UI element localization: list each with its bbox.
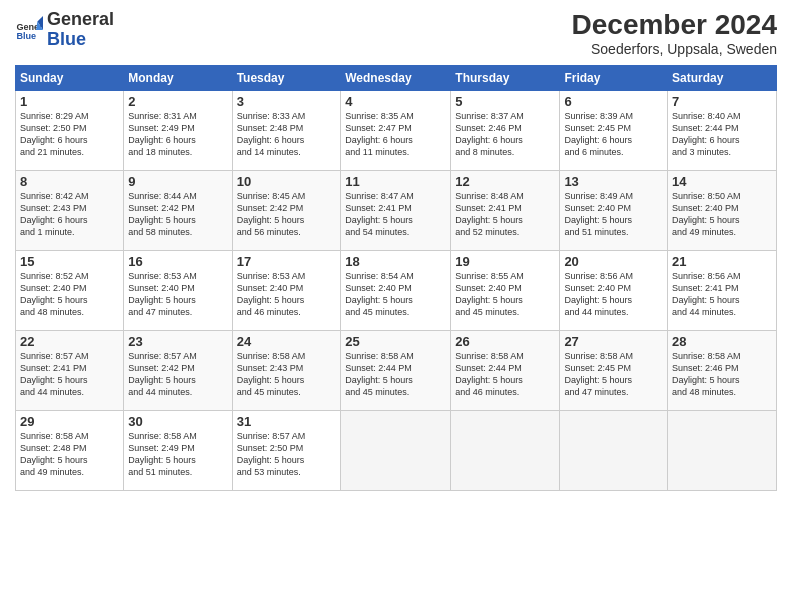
day-info: Sunrise: 8:55 AM Sunset: 2:40 PM Dayligh…: [455, 270, 555, 319]
table-row: 12Sunrise: 8:48 AM Sunset: 2:41 PM Dayli…: [451, 170, 560, 250]
table-row: [341, 410, 451, 490]
table-row: 17Sunrise: 8:53 AM Sunset: 2:40 PM Dayli…: [232, 250, 341, 330]
table-row: 19Sunrise: 8:55 AM Sunset: 2:40 PM Dayli…: [451, 250, 560, 330]
day-info: Sunrise: 8:37 AM Sunset: 2:46 PM Dayligh…: [455, 110, 555, 159]
day-info: Sunrise: 8:31 AM Sunset: 2:49 PM Dayligh…: [128, 110, 227, 159]
day-info: Sunrise: 8:58 AM Sunset: 2:46 PM Dayligh…: [672, 350, 772, 399]
day-info: Sunrise: 8:33 AM Sunset: 2:48 PM Dayligh…: [237, 110, 337, 159]
day-info: Sunrise: 8:58 AM Sunset: 2:44 PM Dayligh…: [345, 350, 446, 399]
day-number: 6: [564, 94, 663, 109]
calendar-week-1: 1Sunrise: 8:29 AM Sunset: 2:50 PM Daylig…: [16, 90, 777, 170]
day-number: 8: [20, 174, 119, 189]
day-info: Sunrise: 8:57 AM Sunset: 2:42 PM Dayligh…: [128, 350, 227, 399]
day-info: Sunrise: 8:57 AM Sunset: 2:41 PM Dayligh…: [20, 350, 119, 399]
day-info: Sunrise: 8:53 AM Sunset: 2:40 PM Dayligh…: [128, 270, 227, 319]
table-row: 27Sunrise: 8:58 AM Sunset: 2:45 PM Dayli…: [560, 330, 668, 410]
day-info: Sunrise: 8:50 AM Sunset: 2:40 PM Dayligh…: [672, 190, 772, 239]
day-number: 7: [672, 94, 772, 109]
logo-general: General: [47, 10, 114, 30]
calendar-table: Sunday Monday Tuesday Wednesday Thursday…: [15, 65, 777, 491]
calendar-subtitle: Soederfors, Uppsala, Sweden: [572, 41, 777, 57]
table-row: [668, 410, 777, 490]
day-number: 12: [455, 174, 555, 189]
header: General Blue General Blue December 2024 …: [15, 10, 777, 57]
day-number: 4: [345, 94, 446, 109]
day-number: 31: [237, 414, 337, 429]
day-info: Sunrise: 8:58 AM Sunset: 2:43 PM Dayligh…: [237, 350, 337, 399]
day-info: Sunrise: 8:39 AM Sunset: 2:45 PM Dayligh…: [564, 110, 663, 159]
day-info: Sunrise: 8:42 AM Sunset: 2:43 PM Dayligh…: [20, 190, 119, 239]
calendar-week-2: 8Sunrise: 8:42 AM Sunset: 2:43 PM Daylig…: [16, 170, 777, 250]
day-number: 9: [128, 174, 227, 189]
table-row: 18Sunrise: 8:54 AM Sunset: 2:40 PM Dayli…: [341, 250, 451, 330]
page: General Blue General Blue December 2024 …: [0, 0, 792, 612]
table-row: 11Sunrise: 8:47 AM Sunset: 2:41 PM Dayli…: [341, 170, 451, 250]
day-number: 30: [128, 414, 227, 429]
day-info: Sunrise: 8:56 AM Sunset: 2:41 PM Dayligh…: [672, 270, 772, 319]
logo-blue: Blue: [47, 30, 114, 50]
day-info: Sunrise: 8:47 AM Sunset: 2:41 PM Dayligh…: [345, 190, 446, 239]
day-number: 19: [455, 254, 555, 269]
day-number: 26: [455, 334, 555, 349]
col-monday: Monday: [124, 65, 232, 90]
calendar-week-3: 15Sunrise: 8:52 AM Sunset: 2:40 PM Dayli…: [16, 250, 777, 330]
day-number: 13: [564, 174, 663, 189]
table-row: 21Sunrise: 8:56 AM Sunset: 2:41 PM Dayli…: [668, 250, 777, 330]
day-info: Sunrise: 8:35 AM Sunset: 2:47 PM Dayligh…: [345, 110, 446, 159]
table-row: 15Sunrise: 8:52 AM Sunset: 2:40 PM Dayli…: [16, 250, 124, 330]
table-row: [560, 410, 668, 490]
day-info: Sunrise: 8:58 AM Sunset: 2:44 PM Dayligh…: [455, 350, 555, 399]
day-info: Sunrise: 8:29 AM Sunset: 2:50 PM Dayligh…: [20, 110, 119, 159]
day-number: 29: [20, 414, 119, 429]
table-row: 24Sunrise: 8:58 AM Sunset: 2:43 PM Dayli…: [232, 330, 341, 410]
day-info: Sunrise: 8:49 AM Sunset: 2:40 PM Dayligh…: [564, 190, 663, 239]
col-sunday: Sunday: [16, 65, 124, 90]
table-row: 5Sunrise: 8:37 AM Sunset: 2:46 PM Daylig…: [451, 90, 560, 170]
day-number: 28: [672, 334, 772, 349]
col-tuesday: Tuesday: [232, 65, 341, 90]
logo-text: General Blue: [47, 10, 114, 50]
day-number: 25: [345, 334, 446, 349]
day-number: 14: [672, 174, 772, 189]
logo-area: General Blue General Blue: [15, 10, 114, 50]
day-info: Sunrise: 8:54 AM Sunset: 2:40 PM Dayligh…: [345, 270, 446, 319]
general-blue-icon: General Blue: [15, 16, 43, 44]
col-thursday: Thursday: [451, 65, 560, 90]
table-row: 9Sunrise: 8:44 AM Sunset: 2:42 PM Daylig…: [124, 170, 232, 250]
day-info: Sunrise: 8:48 AM Sunset: 2:41 PM Dayligh…: [455, 190, 555, 239]
table-row: 4Sunrise: 8:35 AM Sunset: 2:47 PM Daylig…: [341, 90, 451, 170]
day-info: Sunrise: 8:58 AM Sunset: 2:49 PM Dayligh…: [128, 430, 227, 479]
svg-text:Blue: Blue: [16, 31, 36, 41]
table-row: 3Sunrise: 8:33 AM Sunset: 2:48 PM Daylig…: [232, 90, 341, 170]
calendar-week-5: 29Sunrise: 8:58 AM Sunset: 2:48 PM Dayli…: [16, 410, 777, 490]
day-number: 22: [20, 334, 119, 349]
header-row: Sunday Monday Tuesday Wednesday Thursday…: [16, 65, 777, 90]
col-wednesday: Wednesday: [341, 65, 451, 90]
calendar-week-4: 22Sunrise: 8:57 AM Sunset: 2:41 PM Dayli…: [16, 330, 777, 410]
day-info: Sunrise: 8:40 AM Sunset: 2:44 PM Dayligh…: [672, 110, 772, 159]
table-row: 25Sunrise: 8:58 AM Sunset: 2:44 PM Dayli…: [341, 330, 451, 410]
day-number: 20: [564, 254, 663, 269]
day-number: 5: [455, 94, 555, 109]
day-info: Sunrise: 8:57 AM Sunset: 2:50 PM Dayligh…: [237, 430, 337, 479]
day-number: 15: [20, 254, 119, 269]
day-number: 24: [237, 334, 337, 349]
table-row: 10Sunrise: 8:45 AM Sunset: 2:42 PM Dayli…: [232, 170, 341, 250]
table-row: 14Sunrise: 8:50 AM Sunset: 2:40 PM Dayli…: [668, 170, 777, 250]
table-row: 1Sunrise: 8:29 AM Sunset: 2:50 PM Daylig…: [16, 90, 124, 170]
day-info: Sunrise: 8:53 AM Sunset: 2:40 PM Dayligh…: [237, 270, 337, 319]
day-number: 27: [564, 334, 663, 349]
day-number: 23: [128, 334, 227, 349]
table-row: 26Sunrise: 8:58 AM Sunset: 2:44 PM Dayli…: [451, 330, 560, 410]
day-info: Sunrise: 8:56 AM Sunset: 2:40 PM Dayligh…: [564, 270, 663, 319]
col-saturday: Saturday: [668, 65, 777, 90]
day-number: 17: [237, 254, 337, 269]
table-row: [451, 410, 560, 490]
day-number: 11: [345, 174, 446, 189]
table-row: 2Sunrise: 8:31 AM Sunset: 2:49 PM Daylig…: [124, 90, 232, 170]
table-row: 23Sunrise: 8:57 AM Sunset: 2:42 PM Dayli…: [124, 330, 232, 410]
day-info: Sunrise: 8:52 AM Sunset: 2:40 PM Dayligh…: [20, 270, 119, 319]
day-info: Sunrise: 8:44 AM Sunset: 2:42 PM Dayligh…: [128, 190, 227, 239]
table-row: 13Sunrise: 8:49 AM Sunset: 2:40 PM Dayli…: [560, 170, 668, 250]
col-friday: Friday: [560, 65, 668, 90]
